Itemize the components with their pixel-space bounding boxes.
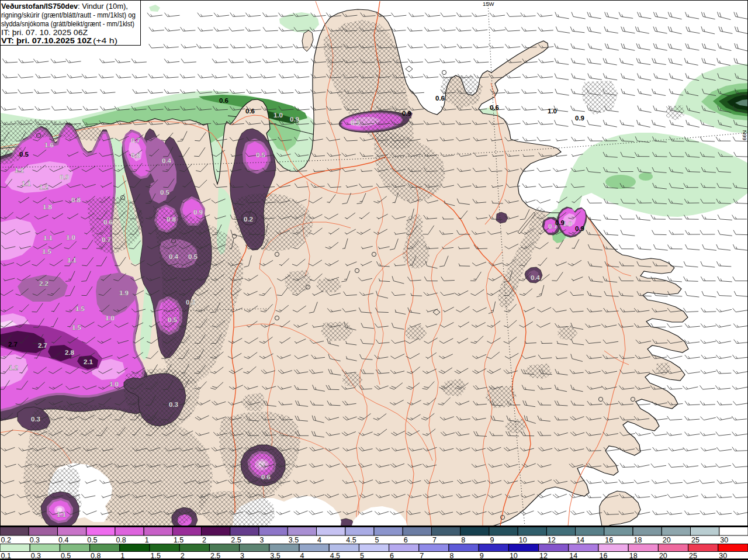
- svg-text:8: 8: [461, 536, 465, 544]
- svg-text:0.9: 0.9: [193, 209, 203, 216]
- svg-text:10: 10: [519, 536, 527, 544]
- svg-text:0.3: 0.3: [169, 401, 178, 408]
- svg-text:18: 18: [634, 536, 642, 544]
- svg-text:1.0: 1.0: [105, 314, 115, 322]
- svg-text:0.9: 0.9: [60, 174, 69, 181]
- svg-text:1.6: 1.6: [44, 141, 54, 148]
- svg-text:1: 1: [145, 536, 149, 544]
- svg-text:0.8: 0.8: [131, 152, 141, 159]
- svg-text:6: 6: [404, 536, 408, 544]
- svg-text:rigning/skúrir (grænt/blátt/ra: rigning/skúrir (grænt/blátt/rautt - mm/1…: [1, 11, 136, 19]
- svg-text:1.0: 1.0: [109, 381, 119, 388]
- svg-text:1.8: 1.8: [43, 203, 53, 210]
- svg-text:1.1: 1.1: [22, 180, 32, 187]
- svg-text:0.5: 0.5: [87, 536, 97, 544]
- svg-text:3.5: 3.5: [289, 536, 299, 544]
- svg-text:9: 9: [490, 536, 494, 544]
- svg-text:1.5: 1.5: [42, 248, 52, 255]
- svg-text:0.8: 0.8: [71, 196, 81, 203]
- svg-text:4: 4: [317, 536, 321, 544]
- svg-text:0.5: 0.5: [188, 253, 198, 260]
- svg-text:1.5: 1.5: [174, 536, 183, 544]
- svg-text:1.0: 1.0: [273, 112, 283, 119]
- svg-text:12: 12: [548, 536, 556, 544]
- svg-text:(+4 h): (+4 h): [93, 37, 117, 45]
- svg-text:0.9: 0.9: [290, 116, 299, 123]
- svg-text:25: 25: [691, 536, 699, 544]
- svg-text:1.9: 1.9: [119, 289, 129, 296]
- svg-text:2: 2: [202, 536, 206, 544]
- svg-text:1.0: 1.0: [66, 234, 75, 241]
- svg-text:0.3: 0.3: [30, 536, 40, 544]
- svg-text:2.2: 2.2: [39, 280, 49, 287]
- svg-text:1.0: 1.0: [548, 108, 557, 115]
- svg-text:0.9: 0.9: [555, 219, 565, 226]
- svg-text:0.4: 0.4: [58, 536, 68, 544]
- svg-text:14: 14: [576, 536, 584, 544]
- svg-text:2.8: 2.8: [65, 349, 75, 356]
- svg-text:0.6: 0.6: [103, 219, 113, 226]
- svg-text:1.1: 1.1: [43, 234, 53, 241]
- svg-text:1.1: 1.1: [57, 511, 67, 518]
- svg-text:2.5: 2.5: [231, 536, 241, 544]
- svg-text:0.5: 0.5: [256, 151, 266, 158]
- svg-text:0.6: 0.6: [245, 108, 255, 115]
- svg-text:1.2: 1.2: [39, 184, 49, 191]
- svg-text:1.1: 1.1: [67, 257, 77, 264]
- svg-text:4.5: 4.5: [346, 536, 356, 544]
- svg-text:VT: þri. 07.10.2025 10Z: VT: þri. 07.10.2025 10Z: [1, 37, 92, 45]
- svg-text:66N: 66N: [741, 130, 747, 140]
- svg-text:0.4: 0.4: [169, 253, 179, 260]
- svg-text:0.6: 0.6: [261, 473, 271, 481]
- svg-text:5: 5: [375, 536, 379, 544]
- svg-text:1.2: 1.2: [9, 364, 18, 371]
- svg-text:2.7: 2.7: [8, 341, 18, 348]
- svg-text:0.5: 0.5: [19, 151, 29, 158]
- svg-text:7: 7: [432, 536, 437, 544]
- svg-text:0.9: 0.9: [351, 119, 360, 126]
- svg-text:0.5: 0.5: [168, 316, 178, 323]
- svg-text:0.9: 0.9: [575, 225, 584, 232]
- svg-text:1.1: 1.1: [15, 167, 25, 174]
- svg-text:slydda/snjókoma (grátt/bleikt/: slydda/snjókoma (grátt/bleikt/grænt - mm…: [1, 20, 134, 28]
- svg-text:1.5: 1.5: [72, 324, 82, 331]
- svg-text:Veðurstofan/IS750dev: Veðurstofan/IS750dev: [1, 2, 78, 11]
- svg-text:0.7: 0.7: [131, 137, 140, 144]
- svg-text:0.9: 0.9: [575, 115, 584, 122]
- svg-text:0.6: 0.6: [490, 104, 499, 111]
- svg-text:3: 3: [260, 536, 264, 544]
- svg-text:1.5: 1.5: [75, 305, 85, 312]
- svg-text:15W: 15W: [483, 1, 494, 7]
- svg-text:2.7: 2.7: [38, 342, 47, 349]
- svg-text:0.2: 0.2: [1, 536, 11, 544]
- svg-text:IT: þri. 07. 10. 2025 06Z: IT: þri. 07. 10. 2025 06Z: [1, 29, 88, 37]
- svg-text:0.5: 0.5: [160, 189, 170, 196]
- svg-text:: Vindur (10m),: : Vindur (10m),: [78, 2, 128, 11]
- svg-text:0.9: 0.9: [402, 110, 411, 117]
- svg-text:0.2: 0.2: [244, 216, 253, 223]
- svg-text:30: 30: [720, 536, 728, 544]
- svg-text:0.8: 0.8: [116, 536, 126, 544]
- svg-text:0.8: 0.8: [167, 216, 176, 223]
- svg-text:0.3: 0.3: [31, 416, 40, 423]
- svg-text:0.4: 0.4: [531, 274, 541, 281]
- svg-text:0.6: 0.6: [219, 97, 228, 104]
- svg-text:16: 16: [605, 536, 613, 544]
- svg-text:20: 20: [663, 536, 671, 544]
- svg-text:2.1: 2.1: [84, 358, 94, 365]
- svg-text:0.4: 0.4: [162, 157, 172, 164]
- svg-text:0.6: 0.6: [435, 95, 445, 102]
- svg-text:0.7: 0.7: [102, 236, 111, 243]
- svg-text:0.3: 0.3: [186, 299, 195, 306]
